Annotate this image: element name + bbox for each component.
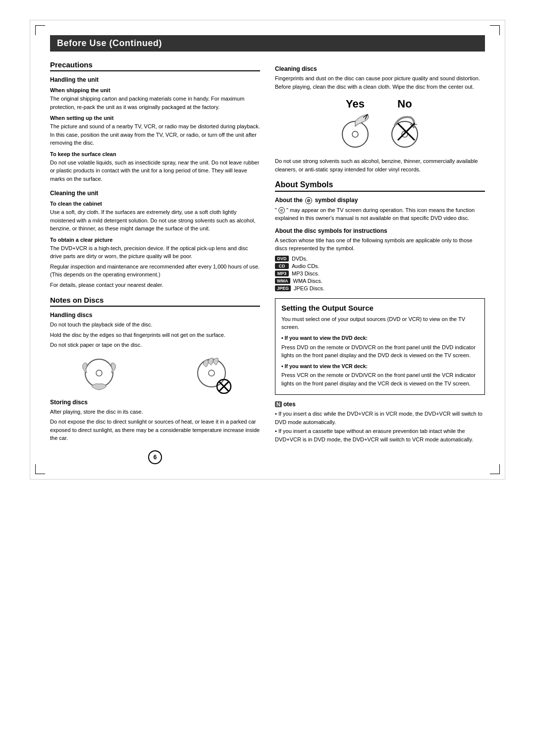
page-title: Before Use (Continued) (57, 38, 162, 48)
badge-mp3-label: MP3 Discs. (292, 270, 320, 276)
notes-item-0: If you insert a disc while the DVD+VCR i… (275, 410, 485, 426)
when-setting-up-text: The picture and sound of a nearby TV, VC… (50, 122, 260, 147)
storing-discs-text2: Do not expose the disc to direct sunligh… (50, 418, 260, 442)
vcr-deck-label: If you want to view the VCR deck: (281, 363, 479, 371)
corner-mark-br (490, 464, 500, 474)
symbol-display-title-part1: About the (275, 197, 303, 204)
symbol-display-text: " ⊘ " may appear on the TV screen during… (275, 206, 485, 222)
badge-wma-label: WMA Discs. (293, 278, 322, 284)
notes-n-badge: N (275, 401, 282, 407)
no-label: No (397, 98, 412, 110)
svg-point-8 (352, 131, 358, 137)
symbol-circle-icon: ⊘ (305, 197, 312, 204)
yes-label-group: Yes (335, 98, 375, 150)
notes-on-discs-title: Notes on Discs (50, 296, 260, 307)
yes-no-disc-images: Yes No (275, 98, 485, 150)
clear-picture-title: To obtain a clear picture (50, 237, 260, 243)
corner-mark-tr (490, 25, 500, 35)
two-col-layout: Precautions Handling the unit When shipp… (50, 60, 485, 464)
badge-wma: WMA (275, 278, 290, 284)
precautions-title: Precautions (50, 60, 260, 71)
disc-good-image (77, 354, 121, 394)
corner-mark-bl (35, 464, 45, 474)
notes-otes-label: otes (283, 401, 296, 408)
badge-mp3: MP3 (275, 270, 289, 276)
storing-discs-title: Storing discs (50, 399, 260, 406)
disc-bad-image (189, 354, 234, 394)
badge-jpeg-label: JPEG Discs. (294, 285, 324, 291)
corner-mark-tl (35, 25, 45, 35)
badge-row-wma: WMA WMA Discs. (275, 278, 485, 284)
handling-discs-text3: Do not stick paper or tape on the disc. (50, 341, 260, 349)
handling-discs-text2: Hold the disc by the edges so that finge… (50, 331, 260, 339)
surface-clean-title: To keep the surface clean (50, 151, 260, 157)
svg-point-0 (85, 359, 113, 387)
badge-row-dvd: DVD DVDs. (275, 256, 485, 262)
page-header: Before Use (Continued) (50, 35, 485, 52)
page-number: 6 (148, 450, 162, 464)
output-source-box: Setting the Output Source You must selec… (275, 298, 485, 395)
notes-item-1: If you insert a cassette tape without an… (275, 427, 485, 443)
svg-point-1 (96, 370, 102, 376)
vcr-deck-text: Press VCR on the remote or DVD/VCR on th… (281, 371, 479, 387)
when-setting-up-title: When setting up the unit (50, 115, 260, 121)
svg-point-3 (209, 370, 214, 376)
dvd-deck-label: If you want to view the DVD deck: (281, 334, 479, 342)
notes-title: Notes (275, 401, 485, 408)
dvd-deck-text: Press DVD on the remote or DVD/VCR on th… (281, 343, 479, 360)
symbol-display-title: About the ⊘ symbol display (275, 197, 485, 204)
output-source-text: You must select one of your output sourc… (281, 315, 479, 331)
badge-row-mp3: MP3 MP3 Discs. (275, 270, 485, 276)
handling-discs-title: Handling discs (50, 312, 260, 319)
badge-dvd: DVD (275, 256, 289, 262)
handling-unit-title: Handling the unit (50, 76, 260, 83)
about-symbols-title: About Symbols (275, 180, 485, 192)
clear-picture-text2: Regular inspection and maintenance are r… (50, 263, 260, 279)
handling-discs-text1: Do not touch the playback side of the di… (50, 321, 260, 329)
badge-list: DVD DVDs. CD Audio CDs. MP3 MP3 Discs. W… (275, 256, 485, 291)
cleaning-discs-title: Cleaning discs (275, 65, 485, 72)
cleaning-unit-title: Cleaning the unit (50, 190, 260, 197)
clear-picture-text3: For details, please contact your nearest… (50, 281, 260, 289)
badge-dvd-label: DVDs. (292, 256, 308, 262)
disc-symbols-title: About the disc symbols for instructions (275, 227, 485, 234)
when-shipping-title: When shipping the unit (50, 87, 260, 93)
no-label-group: No (385, 98, 425, 150)
disc-yes-image (335, 110, 375, 150)
page-number-container: 6 (50, 450, 260, 464)
when-shipping-text: The original shipping carton and packing… (50, 95, 260, 111)
badge-jpeg: JPEG (275, 285, 291, 291)
disc-symbols-text: A section whose title has one of the fol… (275, 236, 485, 253)
right-column: Cleaning discs Fingerprints and dust on … (275, 60, 485, 464)
cleaning-discs-text2: Do not use strong solvents such as alcoh… (275, 157, 485, 173)
clean-cabinet-text: Use a soft, dry cloth. If the surfaces a… (50, 208, 260, 233)
yes-label: Yes (346, 98, 365, 110)
clean-cabinet-title: To clean the cabinet (50, 201, 260, 207)
cleaning-discs-text: Fingerprints and dust on the disc can ca… (275, 74, 485, 91)
surface-clean-text: Do not use volatile liquids, such as ins… (50, 159, 260, 183)
symbol-display-title-part2: symbol display (315, 197, 358, 204)
left-column: Precautions Handling the unit When shipp… (50, 60, 260, 464)
disc-handling-images (50, 354, 260, 394)
page-container: Before Use (Continued) Precautions Handl… (30, 20, 505, 480)
badge-cd-label: Audio CDs. (292, 263, 320, 269)
storing-discs-text1: After playing, store the disc in its cas… (50, 408, 260, 416)
disc-no-image (385, 110, 425, 150)
notes-box: Notes If you insert a disc while the DVD… (275, 401, 485, 443)
badge-row-jpeg: JPEG JPEG Discs. (275, 285, 485, 291)
badge-row-cd: CD Audio CDs. (275, 263, 485, 269)
output-source-title: Setting the Output Source (281, 304, 479, 312)
clear-picture-text1: The DVD+VCR is a high-tech, precision de… (50, 244, 260, 261)
badge-cd: CD (275, 263, 289, 269)
